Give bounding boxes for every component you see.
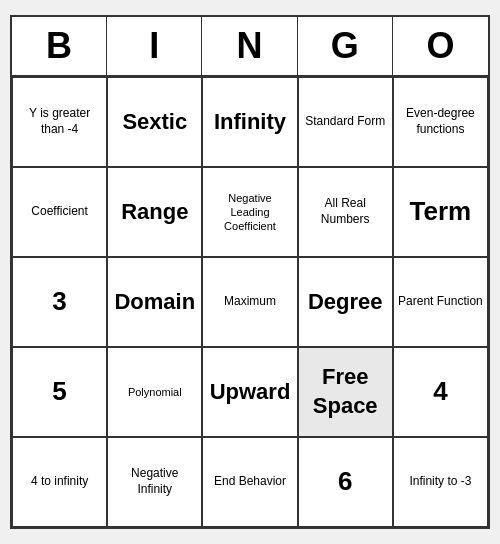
cell-text: Degree	[308, 288, 383, 317]
bingo-cell[interactable]: 6	[298, 437, 393, 527]
bingo-cell[interactable]: Domain	[107, 257, 202, 347]
bingo-cell[interactable]: Upward	[202, 347, 297, 437]
cell-text: 4	[433, 375, 447, 409]
bingo-cell[interactable]: Sextic	[107, 77, 202, 167]
bingo-cell[interactable]: Negative Infinity	[107, 437, 202, 527]
bingo-cell[interactable]: Negative Leading Coefficient	[202, 167, 297, 257]
bingo-cell[interactable]: Infinity to -3	[393, 437, 488, 527]
bingo-cell[interactable]: Coefficient	[12, 167, 107, 257]
bingo-cell[interactable]: Degree	[298, 257, 393, 347]
cell-text: Polynomial	[128, 385, 182, 399]
bingo-cell[interactable]: All Real Numbers	[298, 167, 393, 257]
cell-text: 5	[52, 375, 66, 409]
header-letter: N	[202, 17, 297, 75]
header-letter: B	[12, 17, 107, 75]
cell-text: 6	[338, 465, 352, 499]
bingo-cell[interactable]: Standard Form	[298, 77, 393, 167]
cell-text: Coefficient	[31, 204, 87, 220]
cell-text: Domain	[114, 288, 195, 317]
bingo-card: BINGO Y is greater than -4SexticInfinity…	[10, 15, 490, 529]
cell-text: All Real Numbers	[303, 196, 388, 227]
bingo-cell[interactable]: Polynomial	[107, 347, 202, 437]
bingo-cell[interactable]: Term	[393, 167, 488, 257]
cell-text: 3	[52, 285, 66, 319]
cell-text: Standard Form	[305, 114, 385, 130]
bingo-cell[interactable]: Even-degree functions	[393, 77, 488, 167]
bingo-cell[interactable]: 3	[12, 257, 107, 347]
bingo-grid: Y is greater than -4SexticInfinityStanda…	[12, 77, 488, 527]
cell-text: Upward	[210, 378, 291, 407]
header-letter: G	[298, 17, 393, 75]
cell-text: Infinity	[214, 108, 286, 137]
cell-text: Negative Infinity	[112, 466, 197, 497]
header-letter: O	[393, 17, 488, 75]
cell-text: Even-degree functions	[398, 106, 483, 137]
header-letter: I	[107, 17, 202, 75]
bingo-cell[interactable]: Range	[107, 167, 202, 257]
bingo-cell[interactable]: Infinity	[202, 77, 297, 167]
cell-text: Negative Leading Coefficient	[207, 191, 292, 234]
bingo-cell[interactable]: Y is greater than -4	[12, 77, 107, 167]
bingo-cell[interactable]: End Behavior	[202, 437, 297, 527]
cell-text: Maximum	[224, 294, 276, 310]
bingo-cell[interactable]: Free Space	[298, 347, 393, 437]
cell-text: End Behavior	[214, 474, 286, 490]
cell-text: Y is greater than -4	[17, 106, 102, 137]
bingo-header: BINGO	[12, 17, 488, 77]
cell-text: Free Space	[303, 363, 388, 420]
bingo-cell[interactable]: Maximum	[202, 257, 297, 347]
bingo-cell[interactable]: 4 to infinity	[12, 437, 107, 527]
cell-text: Infinity to -3	[409, 474, 471, 490]
cell-text: Term	[410, 195, 472, 229]
cell-text: Sextic	[122, 108, 187, 137]
cell-text: Parent Function	[398, 294, 483, 310]
cell-text: Range	[121, 198, 188, 227]
bingo-cell[interactable]: 5	[12, 347, 107, 437]
cell-text: 4 to infinity	[31, 474, 88, 490]
bingo-cell[interactable]: 4	[393, 347, 488, 437]
bingo-cell[interactable]: Parent Function	[393, 257, 488, 347]
